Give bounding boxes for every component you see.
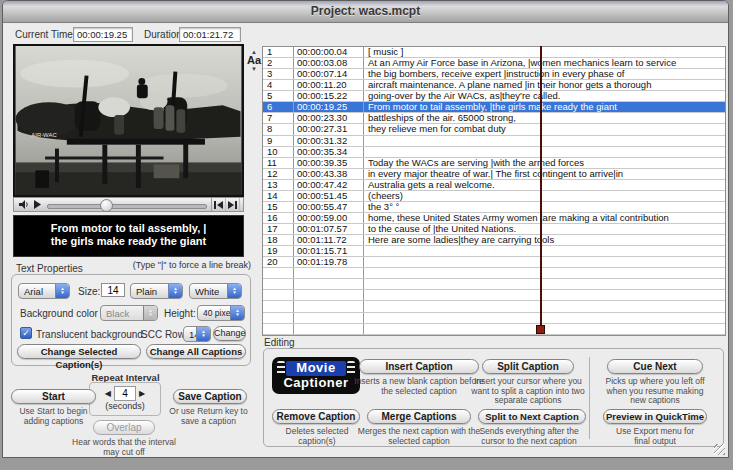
caption-row[interactable]: 300:00:07.14the big bombers, receive exp… <box>263 69 725 80</box>
caption-timecode[interactable] <box>294 268 364 278</box>
playhead-line[interactable] <box>540 46 542 327</box>
caption-text[interactable] <box>364 279 725 289</box>
caption-number[interactable]: 11 <box>263 158 294 168</box>
caption-text[interactable]: the 3° ° <box>364 202 725 212</box>
caption-row[interactable]: 1500:00:55.47the 3° ° <box>263 202 725 213</box>
caption-timecode[interactable] <box>294 324 364 334</box>
caption-timecode[interactable]: 00:00:00.04 <box>294 47 364 57</box>
playback-scrubber[interactable] <box>47 198 207 211</box>
save-caption-button[interactable]: Save Caption <box>173 389 247 404</box>
caption-row[interactable]: 1900:01:15.71 <box>263 246 725 257</box>
caption-timecode[interactable] <box>294 301 364 311</box>
caption-timecode[interactable]: 00:00:35.34 <box>294 147 364 157</box>
caption-text[interactable] <box>364 290 725 300</box>
scc-change-button[interactable]: Change <box>213 326 246 341</box>
interval-value[interactable]: 4 <box>114 386 136 401</box>
font-popup[interactable]: Arial ▲▼ <box>18 283 70 299</box>
caption-row[interactable]: 200:00:03.08At an Army Air Force base in… <box>263 58 725 69</box>
playhead-handle[interactable] <box>536 325 545 334</box>
caption-text[interactable]: the big bombers, receive expert |instruc… <box>364 69 725 79</box>
caption-text[interactable] <box>364 301 725 311</box>
current-time-field[interactable]: 00:00:19.25 <box>73 27 133 42</box>
caption-timecode[interactable]: 00:01:07.57 <box>294 224 364 234</box>
caption-row[interactable]: 1400:00:51.45(cheers) <box>263 191 725 202</box>
translucent-checkbox[interactable]: ✓ <box>20 327 32 339</box>
caption-timecode[interactable]: 00:00:51.45 <box>294 191 364 201</box>
split-to-next-caption-button[interactable]: Split to Next Caption <box>478 409 586 424</box>
caption-timecode[interactable]: 00:00:07.14 <box>294 69 364 79</box>
caption-timecode[interactable]: 00:01:11.72 <box>294 235 364 245</box>
caption-text[interactable] <box>364 136 725 146</box>
interval-increment-icon[interactable]: ▶ <box>136 389 148 398</box>
caption-timecode[interactable]: 00:01:15.71 <box>294 246 364 256</box>
caption-row-empty[interactable] <box>263 290 725 301</box>
volume-icon[interactable] <box>17 198 30 211</box>
preview-in-quicktime-button[interactable]: Preview in QuickTime <box>603 409 707 424</box>
caption-text[interactable]: battleships of the air. 65000 strong, <box>364 113 725 123</box>
remove-caption-button[interactable]: Remove Caption <box>272 409 360 424</box>
caption-timecode[interactable] <box>294 313 364 323</box>
caption-row[interactable]: 400:00:11.20aircraft maintenance. A plan… <box>263 80 725 91</box>
caption-text[interactable]: going-over by the Air WACs, as|they're c… <box>364 91 725 101</box>
caption-number[interactable]: 18 <box>263 235 294 245</box>
caption-number[interactable]: 20 <box>263 257 294 267</box>
caption-number[interactable]: 19 <box>263 246 294 256</box>
caption-text[interactable]: [ music ] <box>364 47 725 57</box>
insert-caption-button[interactable]: Insert Caption <box>359 359 479 374</box>
caption-text[interactable]: From motor to tail assembly, |the girls … <box>364 102 725 112</box>
caption-text[interactable]: At an Army Air Force base in Arizona, |w… <box>364 58 725 68</box>
caption-row[interactable]: 2000:01:19.78 <box>263 257 725 268</box>
caption-table[interactable]: 100:00:00.04[ music ]200:00:03.08At an A… <box>262 46 726 336</box>
caption-timecode[interactable] <box>294 279 364 289</box>
caption-row[interactable]: 1600:00:59.00home, these United States A… <box>263 213 725 224</box>
resize-grip[interactable] <box>714 444 725 455</box>
start-button[interactable]: Start <box>11 389 96 404</box>
caption-timecode[interactable]: 00:00:27.31 <box>294 124 364 134</box>
caption-number[interactable]: 3 <box>263 69 294 79</box>
caption-timecode[interactable]: 00:00:43.38 <box>294 169 364 179</box>
caption-row[interactable]: 100:00:00.04[ music ] <box>263 47 725 58</box>
caption-number[interactable]: 12 <box>263 169 294 179</box>
caption-number[interactable]: 14 <box>263 191 294 201</box>
caption-text[interactable]: Here are some ladies|they are carrying t… <box>364 235 725 245</box>
duration-field[interactable]: 00:01:21.72 <box>179 27 241 42</box>
caption-row[interactable]: 700:00:23.30battleships of the air. 6500… <box>263 113 725 124</box>
caption-number[interactable] <box>263 279 294 289</box>
caption-text[interactable]: they relieve men for combat duty <box>364 124 725 134</box>
caption-row[interactable]: 600:00:19.25From motor to tail assembly,… <box>263 102 725 113</box>
change-selected-captions-button[interactable]: Change Selected Caption(s) <box>17 344 141 359</box>
style-popup[interactable]: Plain ▲▼ <box>130 283 183 299</box>
caption-number[interactable]: 15 <box>263 202 294 212</box>
caption-number[interactable]: 4 <box>263 80 294 90</box>
caption-text[interactable]: in every major theatre of war.| The firs… <box>364 169 725 179</box>
scc-row-popup[interactable]: 14 ▲▼ <box>183 326 211 342</box>
caption-row[interactable]: 500:00:15.22going-over by the Air WACs, … <box>263 91 725 102</box>
caption-number[interactable] <box>263 313 294 323</box>
caption-number[interactable]: 13 <box>263 180 294 190</box>
caption-row[interactable]: 1300:00:47.42Australia gets a real welco… <box>263 180 725 191</box>
caption-text[interactable]: Today the WACs are serving |with the arm… <box>364 158 725 168</box>
split-caption-button[interactable]: Split Caption <box>482 359 574 374</box>
size-input[interactable] <box>101 283 125 297</box>
caption-number[interactable]: 16 <box>263 213 294 223</box>
caption-text[interactable] <box>364 257 725 267</box>
caption-row[interactable]: 1200:00:43.38in every major theatre of w… <box>263 169 725 180</box>
caption-number[interactable]: 7 <box>263 113 294 123</box>
caption-number[interactable]: 9 <box>263 136 294 146</box>
step-back-button[interactable] <box>212 198 226 211</box>
caption-row[interactable]: 1700:01:07.57to the cause of |the United… <box>263 224 725 235</box>
caption-text[interactable] <box>364 313 725 323</box>
caption-row[interactable]: 1100:00:39.35Today the WACs are serving … <box>263 158 725 169</box>
caption-number[interactable] <box>263 268 294 278</box>
caption-number[interactable]: 10 <box>263 147 294 157</box>
caption-row[interactable]: 1000:00:35.34 <box>263 147 725 158</box>
font-size-down-icon[interactable]: ▼ <box>246 66 262 72</box>
caption-row[interactable]: 1800:01:11.72Here are some ladies|they a… <box>263 235 725 246</box>
caption-text[interactable] <box>364 147 725 157</box>
caption-number[interactable]: 17 <box>263 224 294 234</box>
caption-number[interactable] <box>263 290 294 300</box>
caption-text[interactable]: home, these United States Army women |ar… <box>364 213 725 223</box>
caption-timecode[interactable]: 00:01:19.78 <box>294 257 364 267</box>
caption-row-empty[interactable] <box>263 268 725 279</box>
caption-timecode[interactable]: 00:00:19.25 <box>294 102 364 112</box>
